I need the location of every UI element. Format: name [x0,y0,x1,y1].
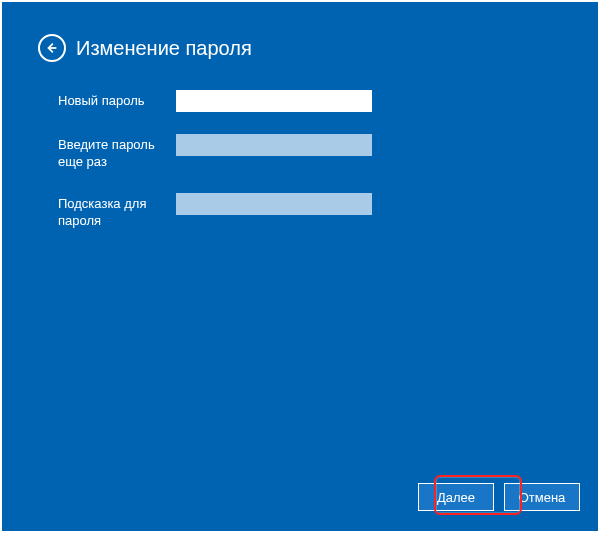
new-password-input[interactable] [176,90,372,112]
arrow-left-icon [45,41,59,55]
back-button[interactable] [38,34,66,62]
footer-buttons: Далее Отмена [418,483,580,511]
page-title: Изменение пароля [76,37,252,60]
next-button[interactable]: Далее [418,483,494,511]
header: Изменение пароля [2,2,598,62]
hint-input[interactable] [176,193,372,215]
password-form: Новый пароль Введите пароль еще раз Подс… [2,62,598,230]
confirm-password-input[interactable] [176,134,372,156]
cancel-button[interactable]: Отмена [504,483,580,511]
hint-row: Подсказка для пароля [58,193,598,230]
hint-label: Подсказка для пароля [58,193,176,230]
change-password-screen: Изменение пароля Новый пароль Введите па… [2,2,598,531]
new-password-label: Новый пароль [58,90,176,110]
new-password-row: Новый пароль [58,90,598,112]
confirm-password-row: Введите пароль еще раз [58,134,598,171]
confirm-password-label: Введите пароль еще раз [58,134,176,171]
